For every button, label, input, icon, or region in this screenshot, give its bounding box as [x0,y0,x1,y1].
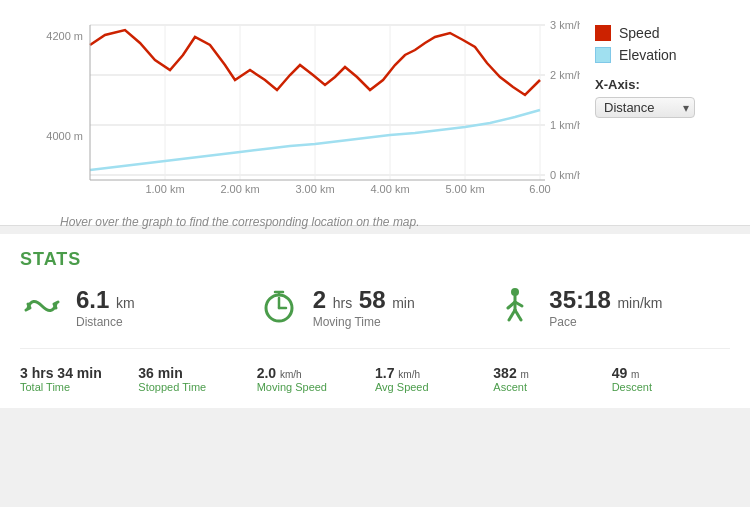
moving-speed-value: 2.0 km/h [257,365,375,381]
stat-descent: 49 m Descent [612,365,730,393]
total-time-value: 3 hrs 34 min [20,365,138,381]
speed-color-box [595,25,611,41]
stat-distance: 6.1 km Distance [20,284,257,332]
pace-value: 35:18 min/km [549,287,662,313]
svg-text:2.00 km: 2.00 km [220,183,259,195]
chart-svg: 4200 m 4000 m 3 km/h 2 km/h 1 km/h 0 km/… [10,15,580,205]
svg-text:6.00: 6.00 [529,183,550,195]
pace-icon-wrap [493,284,537,332]
stopped-time-label: Stopped Time [138,381,256,393]
total-time-label: Total Time [20,381,138,393]
stat-avg-speed: 1.7 km/h Avg Speed [375,365,493,393]
stat-total-time: 3 hrs 34 min Total Time [20,365,138,393]
moving-time-label: Moving Time [313,315,415,329]
legend-elevation: Elevation [595,47,725,63]
svg-text:1 km/h: 1 km/h [550,119,580,131]
svg-line-33 [509,310,515,320]
stopped-time-value: 36 min [138,365,256,381]
pace-values: 35:18 min/km Pace [549,287,662,329]
stat-pace: 35:18 min/km Pace [493,284,730,332]
xaxis-select-wrapper[interactable]: Distance Time [595,97,695,118]
chart-panel: 4200 m 4000 m 3 km/h 2 km/h 1 km/h 0 km/… [0,0,750,226]
distance-label: Distance [76,315,135,329]
stats-title: STATS [20,249,730,270]
legend-panel: Speed Elevation X-Axis: Distance Time [580,15,740,128]
distance-value: 6.1 km [76,287,135,313]
chart-area: 4200 m 4000 m 3 km/h 2 km/h 1 km/h 0 km/… [10,15,740,215]
svg-text:0 km/h: 0 km/h [550,169,580,181]
svg-text:1.00 km: 1.00 km [145,183,184,195]
moving-speed-label: Moving Speed [257,381,375,393]
moving-time-values: 2 hrs 58 min Moving Time [313,287,415,329]
elevation-color-box [595,47,611,63]
ascent-label: Ascent [493,381,611,393]
stats-secondary: 3 hrs 34 min Total Time 36 min Stopped T… [20,365,730,393]
legend-speed: Speed [595,25,725,41]
svg-text:4200 m: 4200 m [46,30,83,42]
timer-icon [257,284,301,328]
svg-text:5.00 km: 5.00 km [445,183,484,195]
moving-time-value: 2 hrs 58 min [313,287,415,313]
stat-stopped-time: 36 min Stopped Time [138,365,256,393]
svg-text:4000 m: 4000 m [46,130,83,142]
ascent-value: 382 m [493,365,611,381]
pace-icon [493,284,537,328]
stats-panel: STATS 6.1 km Distance [0,234,750,408]
avg-speed-value: 1.7 km/h [375,365,493,381]
distance-values: 6.1 km Distance [76,287,135,329]
svg-text:3.00 km: 3.00 km [295,183,334,195]
chart-container: 4200 m 4000 m 3 km/h 2 km/h 1 km/h 0 km/… [10,15,580,215]
stat-moving-speed: 2.0 km/h Moving Speed [257,365,375,393]
descent-label: Descent [612,381,730,393]
svg-line-34 [515,310,521,320]
speed-label: Speed [619,25,659,41]
stats-main: 6.1 km Distance 2 hrs 58 min M [20,284,730,349]
xaxis-label: X-Axis: [595,77,725,92]
distance-icon [20,284,64,328]
descent-value: 49 m [612,365,730,381]
pace-label: Pace [549,315,662,329]
xaxis-select[interactable]: Distance Time [595,97,695,118]
chart-hint: Hover over the graph to find the corresp… [10,215,580,229]
timer-icon-wrap [257,284,301,332]
stat-ascent: 382 m Ascent [493,365,611,393]
avg-speed-label: Avg Speed [375,381,493,393]
svg-text:3 km/h: 3 km/h [550,19,580,31]
elevation-label: Elevation [619,47,677,63]
svg-text:4.00 km: 4.00 km [370,183,409,195]
stat-moving-time: 2 hrs 58 min Moving Time [257,284,494,332]
svg-text:2 km/h: 2 km/h [550,69,580,81]
distance-icon-wrap [20,284,64,332]
